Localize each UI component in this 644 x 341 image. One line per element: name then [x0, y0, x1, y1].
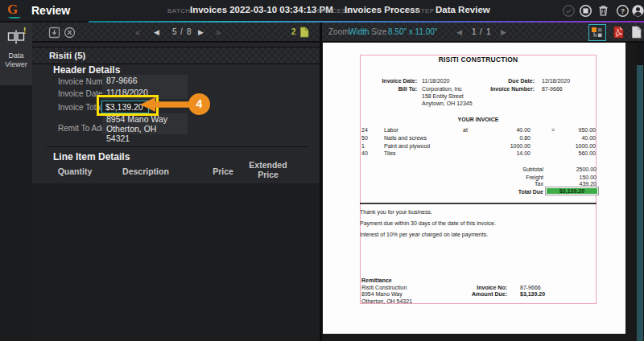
- thumbnail-tree-view-button[interactable]: [588, 24, 606, 41]
- doc-separator-line: [360, 203, 597, 204]
- line-item-details-title: Line Item Details: [53, 151, 130, 162]
- zoom-mode-link[interactable]: Width: [349, 27, 369, 36]
- column-quantity: Quantity: [51, 166, 99, 176]
- reject-circle-x-icon[interactable]: [64, 27, 76, 42]
- doc-due-date-label: Due Date:: [470, 77, 535, 84]
- batch-value: Invoices 2022-03-10 03:34:13 PM: [190, 5, 333, 14]
- document-toolbar: « ◀ 5 / 8 ▶ » 2: [32, 23, 320, 43]
- item-qty: 1: [361, 142, 365, 150]
- document-viewer: RISITI CONSTRUCTION Invoice Date: 11/18/…: [322, 43, 644, 341]
- column-price: Price: [203, 166, 243, 176]
- viewer-prev-page-button[interactable]: ◀: [456, 27, 462, 38]
- item-ext: 40.00: [547, 134, 596, 142]
- doc-invoice-date-label: Invoice Date:: [361, 77, 417, 84]
- size-value: 8.50" x 11.00": [388, 27, 437, 36]
- document-page-icon[interactable]: [299, 27, 309, 41]
- item-desc: Nails and screws: [384, 134, 427, 142]
- size-label: Size: [371, 27, 386, 36]
- item-price: 1000.00: [482, 142, 530, 150]
- zoom-label: Zoom: [328, 27, 349, 36]
- viewer-toolbar: Zoom Width Size 8.50" x 11.00" ◀ 1 / 1 ▶: [322, 23, 644, 43]
- item-ext: 1000.00: [547, 142, 596, 150]
- item-qty: 50: [361, 134, 368, 142]
- stop-task-icon[interactable]: [579, 4, 592, 18]
- page-title: Review: [31, 4, 70, 17]
- sidebar: ! Data Viewer: [0, 23, 32, 341]
- doc-note-3: Interest of 10% per year charged on late…: [360, 231, 488, 238]
- item-price: 14.00: [482, 150, 530, 157]
- topbar: G Review BATCH Invoices 2022-03-10 03:34…: [0, 0, 644, 21]
- data-panel: Risiti (5) Header Details Invoice Number…: [32, 43, 320, 341]
- viewer-total-pages: 1: [486, 27, 491, 36]
- header-details-title: Header Details: [53, 64, 120, 76]
- annotation-arrow-icon: [138, 96, 196, 117]
- doc-bill-to-label: Bill To:: [361, 85, 417, 92]
- doc-bill-to-2: 158 Entity Street: [422, 92, 464, 100]
- doc-section-title: YOUR INVOICE: [360, 116, 597, 123]
- invoice-number-field[interactable]: 87-9666: [102, 75, 188, 87]
- delete-trash-icon[interactable]: [597, 4, 610, 18]
- remittance-line-3: Otherton, OH 54321: [361, 298, 412, 305]
- item-unit: at: [463, 126, 468, 134]
- column-description: Description: [118, 166, 174, 176]
- sidebar-item-label: Data Viewer: [0, 51, 32, 69]
- column-extended-price: Extended Price: [244, 160, 292, 179]
- last-page-button[interactable]: »: [216, 27, 221, 38]
- doc-invoice-number-label: Invoice Number:: [470, 85, 535, 92]
- document-header-bar[interactable]: Risiti (5): [32, 47, 320, 64]
- item-price: 40.00: [482, 126, 530, 134]
- invoice-company-name: RISITI CONSTRUCTION: [360, 55, 597, 64]
- app-window: G Review BATCH Invoices 2022-03-10 03:34…: [0, 0, 644, 341]
- first-page-button[interactable]: «: [135, 27, 140, 38]
- data-viewer-icon: [7, 29, 25, 48]
- item-desc: Labor: [384, 126, 398, 134]
- sidebar-item-data-viewer[interactable]: ! Data Viewer: [0, 23, 32, 85]
- export-pdf-icon[interactable]: [613, 26, 624, 42]
- scrollbar-thumb[interactable]: [637, 65, 643, 341]
- item-desc: Tiles: [384, 150, 396, 157]
- export-download-icon[interactable]: [48, 27, 60, 42]
- doc-subtotal-value: 2500.00: [548, 166, 597, 173]
- user-account-icon[interactable]: [631, 4, 644, 18]
- total-pages: 8: [187, 27, 192, 36]
- total-due-highlight-box[interactable]: $3,139.20: [545, 187, 599, 195]
- remit-amount-due: $3,139.20: [520, 290, 545, 298]
- doc-subtotal-label: Subtotal: [479, 166, 543, 173]
- step-label: STEP: [416, 7, 435, 14]
- annotation-step-badge: 4: [188, 93, 210, 115]
- doc-bill-to-3: Anytown, OH 12345: [422, 100, 473, 107]
- section-divider: [47, 146, 308, 147]
- svg-text:?: ?: [621, 7, 625, 15]
- remit-line-2: 54321: [106, 134, 184, 143]
- viewer-page-divider: /: [480, 27, 482, 36]
- help-icon[interactable]: ?: [616, 4, 630, 18]
- item-ext: 560.00: [547, 150, 596, 157]
- current-page-number: 5: [172, 27, 177, 36]
- step-value: Data Review: [436, 5, 490, 14]
- page-divider: /: [180, 27, 183, 36]
- complete-check-icon[interactable]: [562, 4, 576, 18]
- viewer-next-page-button[interactable]: ▶: [501, 27, 506, 38]
- viewer-scrollbar[interactable]: [637, 43, 644, 341]
- item-desc: Paint and plywood: [384, 142, 430, 150]
- doc-note-2: Payment due within 30 days of the date o…: [360, 220, 496, 227]
- remit-amount-due-label: Amount Due:: [443, 290, 507, 298]
- remit-line-1: 8954 Mano Way Otherton, OH: [106, 114, 184, 134]
- item-ext: 950.00: [547, 126, 596, 134]
- doc-due-date: 12/18/2020: [542, 77, 570, 84]
- invoice-page: RISITI CONSTRUCTION Invoice Date: 11/18/…: [323, 43, 625, 334]
- doc-tax-label: Tax: [479, 180, 543, 187]
- prev-page-button[interactable]: ◀: [154, 27, 159, 38]
- attachment-count[interactable]: 2: [291, 27, 296, 36]
- logo-swoosh-icon: [8, 15, 21, 18]
- item-qty: 40: [361, 150, 368, 157]
- document-title: Risiti (5): [49, 51, 85, 60]
- next-page-button[interactable]: ▶: [198, 27, 204, 38]
- blank-page-icon[interactable]: [631, 26, 642, 42]
- item-qty: 24: [361, 126, 368, 134]
- separator-dot: [309, 10, 312, 12]
- viewer-current-page: 1: [472, 27, 477, 36]
- doc-note-1: Thank you for your business.: [360, 208, 432, 216]
- alert-badge: !: [23, 27, 26, 35]
- line-items-table-body[interactable]: [32, 183, 320, 341]
